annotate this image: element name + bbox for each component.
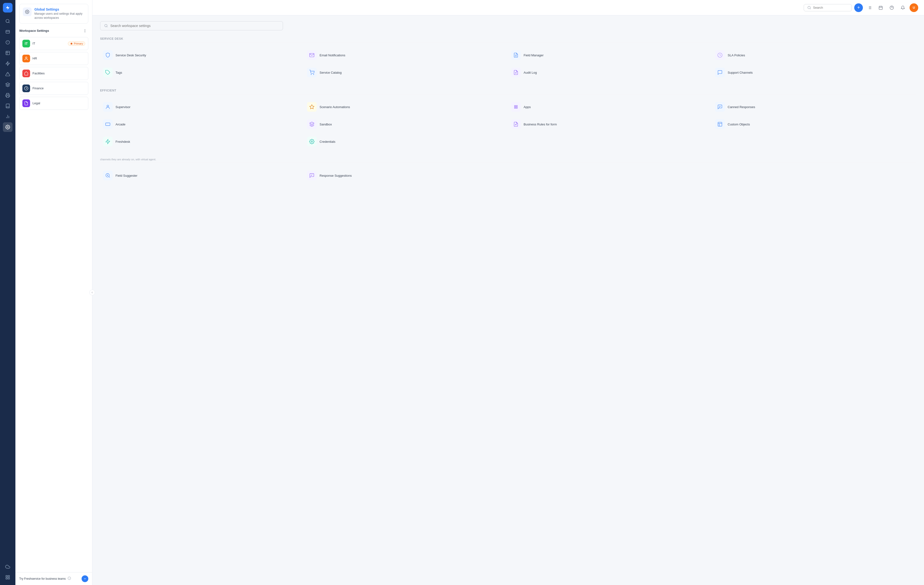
search-workspace-input[interactable] [110,24,279,28]
svg-point-49 [515,107,516,109]
settings-item-audit-log[interactable]: Audit Log [508,64,712,81]
page-area: + U service desk [92,0,924,585]
canned-responses-icon [715,102,725,112]
app-logo[interactable] [3,3,13,13]
search-input[interactable] [813,6,847,9]
settings-item-response-suggestions[interactable]: Response Suggestions [304,167,508,184]
nav-item-alerts[interactable] [3,69,13,79]
search-workspace-bar[interactable] [100,21,283,30]
email-notifications-label: Email Notifications [320,53,345,57]
tasks-button[interactable] [865,3,874,12]
efficient-grid: Supervisor Scenario Automations Apps [100,98,916,150]
sla-policies-icon [715,50,725,60]
settings-item-service-desk-security[interactable]: Service Desk Security [100,46,304,64]
workspace-name-it: IT [33,41,35,45]
workspace-item-legal[interactable]: Legal [19,97,88,110]
nav-item-tickets[interactable] [3,27,13,36]
efficient-title: efficient [100,89,916,94]
settings-item-custom-objects[interactable]: Custom Objects [712,116,916,133]
workspace-name-facilities: Facilities [33,71,45,75]
nav-rail [0,0,15,585]
support-channels-label: Support Channels [728,71,753,74]
nav-item-knowledge[interactable] [3,101,13,111]
svg-point-47 [515,106,516,107]
email-notifications-icon [307,50,317,60]
svg-point-19 [25,57,27,58]
custom-objects-label: Custom Objects [728,122,750,126]
settings-item-arcade[interactable]: Arcade [100,116,304,133]
settings-item-field-manager[interactable]: Field Manager [508,46,712,64]
apps-icon [511,102,521,112]
workspace-name-legal: Legal [33,101,40,105]
tags-icon [103,68,112,77]
sandbox-icon [307,119,317,129]
nav-item-cloud[interactable] [3,562,13,572]
workspace-header: Workspace Settings [19,27,88,34]
svg-rect-31 [879,6,883,10]
help-button[interactable] [888,3,896,12]
nav-item-reports[interactable] [3,112,13,121]
workspace-name-hr: HR [33,56,37,60]
settings-item-canned-responses[interactable]: Canned Responses [712,98,916,116]
nav-item-problems[interactable] [3,38,13,47]
svg-rect-13 [8,578,10,579]
calendar-button[interactable] [876,3,885,12]
global-settings-card[interactable]: Global Settings Manage users and setting… [19,4,88,23]
service-desk-title: service desk [100,37,916,43]
scenario-automations-label: Scenario Automations [320,105,350,109]
service-catalog-label: Service Catalog [320,71,342,74]
workspace-item-it[interactable]: IT IT Primary [19,37,88,50]
sidebar-toggle[interactable] [89,289,95,296]
settings-item-freshdesk[interactable]: Freshdesk [100,133,304,150]
sandbox-label: Sandbox [320,122,332,126]
global-settings-desc: Manage users and settings that apply acr… [35,12,85,20]
nav-item-settings[interactable] [3,122,13,132]
svg-point-15 [27,11,28,13]
settings-item-supervisor[interactable]: Supervisor [100,98,304,116]
settings-item-scenario-automations[interactable]: Scenario Automations [304,98,508,116]
settings-item-support-channels[interactable]: Support Channels [712,64,916,81]
svg-point-37 [105,24,107,27]
user-avatar[interactable]: U [909,3,918,12]
virtual-agent-title: channels they are already on, with virtu… [100,158,916,163]
nav-item-assets[interactable] [3,59,13,68]
svg-point-24 [808,6,810,9]
settings-item-sandbox[interactable]: Sandbox [304,116,508,133]
workspace-item-facilities[interactable]: Facilities [19,67,88,80]
arcade-icon [103,119,112,129]
svg-rect-6 [7,96,9,98]
nav-item-search[interactable] [3,17,13,26]
workspace-icon-finance [22,84,30,92]
settings-item-business-rules[interactable]: Business Rules for form [508,116,712,133]
workspace-section: Workspace Settings IT IT Primary HR [15,27,92,114]
virtual-agent-grid: Field Suggester Response Suggestions [100,167,916,184]
settings-item-tags[interactable]: Tags [100,64,304,81]
add-button[interactable]: + [854,3,863,12]
workspace-item-finance[interactable]: Finance [19,82,88,95]
global-search-bar[interactable] [804,4,852,11]
nav-item-grid[interactable] [3,572,13,582]
settings-item-service-catalog[interactable]: Service Catalog [304,64,508,81]
svg-point-45 [515,73,516,73]
nav-item-changes[interactable] [3,48,13,58]
audit-log-icon [511,68,521,77]
arcade-label: Arcade [116,122,125,126]
settings-item-apps[interactable]: Apps [508,98,712,116]
scenario-automations-icon [307,102,317,112]
settings-item-sla-policies[interactable]: SLA Policies [712,46,916,64]
nav-item-print[interactable] [3,91,13,100]
bottom-banner-chevron[interactable] [82,575,88,582]
bottom-banner-text: Try Freshservice for business teams [19,577,66,580]
notifications-button[interactable] [899,3,907,12]
settings-item-field-suggester[interactable]: Field Suggester [100,167,304,184]
settings-item-email-notifications[interactable]: Email Notifications [304,46,508,64]
settings-item-credentials[interactable]: Credentials [304,133,508,150]
supervisor-label: Supervisor [116,105,130,109]
global-settings-icon [23,7,31,16]
freshdesk-icon [103,137,112,146]
nav-item-layers[interactable] [3,80,13,89]
workspace-more-button[interactable] [82,27,88,34]
workspace-item-hr[interactable]: HR [19,52,88,65]
custom-objects-icon [715,119,725,129]
svg-point-59 [311,141,313,142]
